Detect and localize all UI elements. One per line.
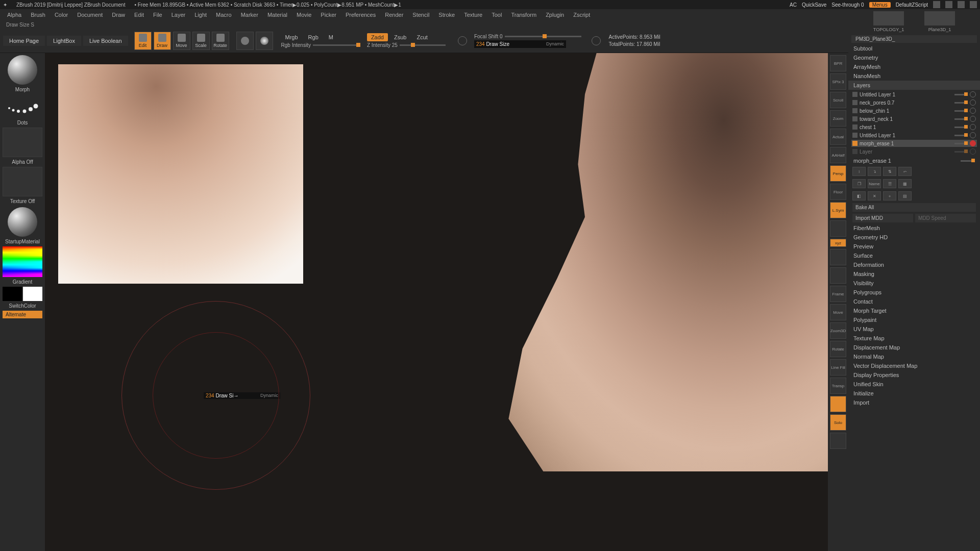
mdd-speed-button[interactable]: MDD Speed [915,214,976,222]
collapse-icon[interactable] [933,1,940,8]
section-preview[interactable]: Preview [848,242,980,251]
layer-inv[interactable]: ◧ [852,191,866,201]
rshelf-zoom[interactable]: Zoom [830,110,846,127]
alpha-thumbnail[interactable] [3,128,42,157]
section-normal-map[interactable]: Normal Map [848,352,980,361]
menu-transform[interactable]: Transform [511,12,536,18]
menu-tool[interactable]: Tool [492,12,502,18]
tool-rotate[interactable]: Rotate [212,32,229,50]
layer-visibility-icon[interactable] [970,116,976,122]
rshelf-move[interactable]: Move [830,304,846,320]
layer-visibility-icon[interactable] [970,91,976,97]
swatch-secondary[interactable] [23,287,42,301]
rshelf-rotate[interactable]: Rotate [830,341,846,357]
menu-file[interactable]: File [153,12,162,18]
m-button[interactable]: M [325,33,337,41]
rshelf-solo[interactable]: Solo [830,414,846,431]
menu-marker[interactable]: Marker [241,12,258,18]
swatch-main[interactable] [3,287,22,301]
tool-thumb-plane[interactable]: Plane3D_1 [922,11,958,32]
rshelf-xyz[interactable]: xyz [830,239,846,247]
section-arraymesh[interactable]: ArrayMesh [848,62,980,71]
section-displacement-map[interactable]: Displacement Map [848,343,980,352]
section-polypaint[interactable]: Polypaint [848,315,980,324]
layer-visibility-icon[interactable] [970,140,976,146]
section-unified-skin[interactable]: Unified Skin [848,380,980,389]
section-surface[interactable]: Surface [848,251,980,260]
rshelf-btn-21[interactable] [830,433,846,449]
layer-intensity-slider[interactable] [954,118,968,120]
layer-btn-2[interactable]: ↴ [868,167,881,176]
viewport[interactable]: 234 Draw Si→ Dynamic [45,53,828,551]
layer-row[interactable]: Untitled Layer 1 [851,132,977,139]
gizmo-toggle[interactable] [236,32,254,50]
layer-row[interactable]: Untitled Layer 1 [851,91,977,98]
material-thumbnail[interactable] [8,207,37,237]
close-icon[interactable] [970,1,977,8]
menu-light[interactable]: Light [194,12,207,18]
layer-row[interactable]: Layer [851,148,977,155]
menu-zscript[interactable]: Zscript [573,12,590,18]
menu-texture[interactable]: Texture [464,12,482,18]
rgb-intensity-slider[interactable] [313,44,359,46]
section-nanomesh[interactable]: NanoMesh [848,71,980,81]
layer-del[interactable]: ✕ [868,191,881,201]
menu-material[interactable]: Material [267,12,287,18]
layer-merge[interactable]: ▦ [898,179,912,188]
section-deformation[interactable]: Deformation [848,260,980,269]
bake-all-button[interactable]: Bake All [852,203,976,212]
menus-toggle[interactable]: Menus [869,2,891,8]
focal-shift-slider[interactable] [505,36,581,37]
import-mdd-button[interactable]: Import MDD [852,214,913,222]
layer-visibility-icon[interactable] [970,132,976,138]
rshelf-aahalf[interactable]: AAHalf [830,147,846,163]
rshelf-zoom3d[interactable]: Zoom3D [830,322,846,339]
layer-btn-3[interactable]: ⇅ [883,167,896,176]
section-masking[interactable]: Masking [848,269,980,279]
rshelf-btn-12[interactable] [830,267,846,284]
layer-intensity-slider[interactable] [954,135,968,136]
menu-draw[interactable]: Draw [112,12,125,18]
section-contact[interactable]: Contact [848,297,980,306]
layer-row[interactable]: toward_neck 1 [851,115,977,122]
section-display-properties[interactable]: Display Properties [848,370,980,380]
rshelf-floor[interactable]: Floor [830,184,846,200]
tool-scale[interactable]: Scale [192,32,210,50]
rshelf-l.sym[interactable]: L.Sym [830,202,846,218]
menu-document[interactable]: Document [77,12,103,18]
layer-btn-1[interactable]: ↕ [852,167,866,176]
layer-intensity-slider[interactable] [954,127,968,128]
layers-header[interactable]: Layers [848,81,980,90]
minimize-icon[interactable] [945,1,952,8]
tool-thumb-topology[interactable]: TOPOLOGY_1 [871,11,906,32]
shelf-tab-live-boolean[interactable]: Live Boolean [83,36,128,46]
rgb-button[interactable]: Rgb [304,33,323,41]
tool-draw[interactable]: Draw [154,32,171,50]
z-intensity-slider[interactable] [400,44,446,46]
alternate-button[interactable]: Alternate [3,311,42,318]
layer-btn-4[interactable]: ⤺ [898,167,912,176]
gradient-label[interactable]: Gradient [13,278,32,286]
section-fibermesh[interactable]: FiberMesh [848,223,980,233]
cursor-draw-size[interactable]: 234 Draw Si→ Dynamic [204,392,280,399]
section-subtool[interactable]: Subtool [848,44,980,53]
rshelf-frame[interactable]: Frame [830,286,846,302]
texture-thumbnail[interactable] [3,167,42,196]
section-initialize[interactable]: Initialize [848,389,980,398]
menu-alpha[interactable]: Alpha [7,12,21,18]
tool-move[interactable]: Move [173,32,190,50]
menu-stencil[interactable]: Stencil [412,12,429,18]
layer-intensity-slider[interactable] [954,94,968,95]
layer-new[interactable]: ＋ [883,191,896,201]
rshelf-transp[interactable]: Transp [830,378,846,394]
layer-visibility-icon[interactable] [970,99,976,106]
layer-row[interactable]: neck_pores 0.7 [851,99,977,106]
rshelf-btn-9[interactable] [830,220,846,237]
zsub-button[interactable]: Zsub [390,33,410,41]
menu-macro[interactable]: Macro [216,12,232,18]
tool-edit[interactable]: Edit [134,32,152,50]
brush-thumbnail[interactable] [8,55,37,85]
color-picker[interactable] [3,246,42,277]
menu-render[interactable]: Render [385,12,403,18]
layer-visibility-icon[interactable] [970,108,976,114]
